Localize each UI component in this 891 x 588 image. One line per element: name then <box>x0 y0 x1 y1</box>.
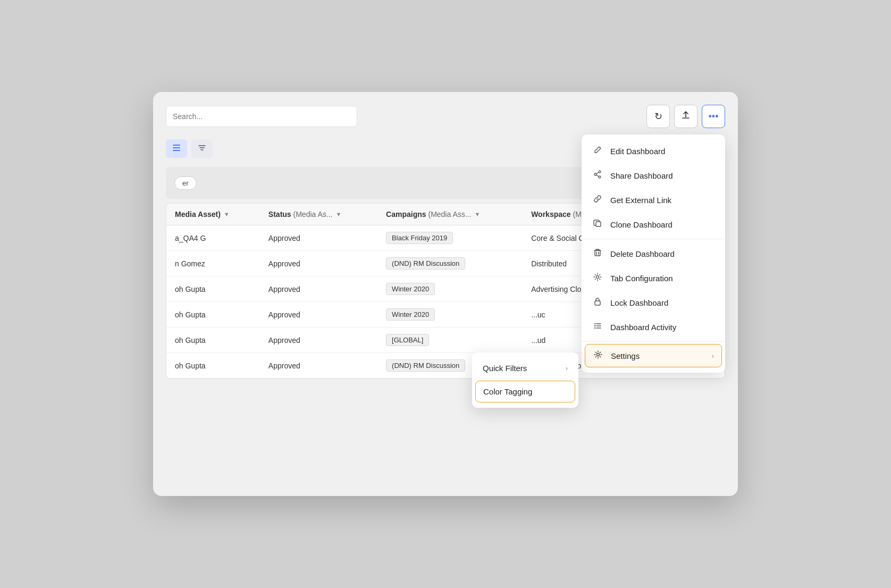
svg-rect-2 <box>173 150 180 151</box>
cell-status: Approved <box>260 302 377 327</box>
cell-status: Approved <box>260 353 377 379</box>
filter-icon <box>198 144 206 154</box>
menu-label-delete: Delete Dashboard <box>610 249 675 258</box>
cell-name: n Gomez <box>166 251 260 276</box>
cell-name: oh Gupta <box>166 327 260 353</box>
edit-icon <box>592 146 603 156</box>
sort-icon: ▼ <box>474 211 480 217</box>
sort-icon: ▼ <box>335 211 341 217</box>
svg-rect-8 <box>595 250 600 256</box>
quick-filters-label: Quick Filters <box>483 364 527 373</box>
link-icon <box>592 195 603 205</box>
cell-status: Approved <box>260 251 377 276</box>
quick-filters-submenu: Quick Filters › Color Tagging <box>472 352 578 408</box>
cell-campaign: [GLOBAL] <box>377 327 523 353</box>
more-icon: ••• <box>709 111 719 122</box>
delete-icon <box>592 248 603 259</box>
menu-label-settings: Settings <box>611 351 640 360</box>
menu-item-lock[interactable]: Lock Dashboard <box>582 290 725 315</box>
color-tagging-label: Color Tagging <box>483 387 532 396</box>
sort-icon: ▼ <box>224 211 230 217</box>
filter-tag: er <box>174 177 197 190</box>
menu-label-activity: Dashboard Activity <box>610 323 676 332</box>
cell-name: oh Gupta <box>166 276 260 302</box>
chevron-right-icon: › <box>566 364 568 372</box>
refresh-icon: ↻ <box>654 111 662 122</box>
submenu-item-color-tagging[interactable]: Color Tagging <box>475 381 575 402</box>
cell-campaign: Black Friday 2019 <box>377 225 523 251</box>
menu-divider <box>582 239 725 239</box>
settings-icon <box>593 350 603 361</box>
menu-label-tab-config: Tab Configuration <box>610 274 673 283</box>
col-media-asset[interactable]: Media Asset) ▼ <box>166 204 260 225</box>
menu-item-external[interactable]: Get External Link <box>582 188 725 212</box>
cell-status: Approved <box>260 225 377 251</box>
menu-divider-2 <box>582 341 725 342</box>
svg-point-4 <box>599 171 601 173</box>
menu-item-settings[interactable]: Settings › <box>585 344 722 367</box>
top-actions: ↻ ••• <box>646 105 725 128</box>
cell-status: Approved <box>260 276 377 302</box>
svg-point-11 <box>597 354 600 356</box>
menu-item-edit[interactable]: Edit Dashboard <box>582 139 725 163</box>
menu-label-edit: Edit Dashboard <box>610 147 665 156</box>
cell-status: Approved <box>260 327 377 353</box>
activity-icon <box>592 322 603 332</box>
top-bar: ↻ ••• <box>153 92 738 135</box>
filter-left <box>166 139 213 158</box>
menu-item-delete[interactable]: Delete Dashboard <box>582 241 725 266</box>
cell-name: a_QA4 G <box>166 225 260 251</box>
chevron-right-icon: › <box>712 352 714 360</box>
menu-item-clone[interactable]: Clone Dashboard <box>582 212 725 237</box>
menu-label-lock: Lock Dashboard <box>610 298 668 307</box>
list-icon <box>172 144 181 154</box>
menu-item-share[interactable]: Share Dashboard <box>582 163 725 188</box>
submenu-quick-filters-header[interactable]: Quick Filters › <box>472 357 578 380</box>
menu-item-tab-config[interactable]: Tab Configuration <box>582 266 725 290</box>
list-view-button[interactable] <box>166 139 187 158</box>
svg-rect-0 <box>173 145 180 146</box>
cell-campaign: Winter 2020 <box>377 276 523 302</box>
cell-campaign: Winter 2020 <box>377 302 523 327</box>
svg-point-5 <box>599 176 601 178</box>
share-icon <box>681 111 691 123</box>
tab-config-icon <box>592 273 603 283</box>
svg-rect-10 <box>595 301 600 305</box>
menu-item-activity[interactable]: Dashboard Activity <box>582 315 725 339</box>
col-status[interactable]: Status (Media As... ▼ <box>260 204 377 225</box>
share-dashboard-icon <box>592 170 603 181</box>
svg-point-9 <box>596 276 599 279</box>
filter-options-button[interactable] <box>191 139 213 158</box>
clone-icon <box>592 219 603 230</box>
share-button[interactable] <box>674 105 697 128</box>
svg-rect-1 <box>173 147 180 148</box>
svg-point-6 <box>594 173 596 175</box>
menu-label-clone: Clone Dashboard <box>610 220 673 229</box>
refresh-button[interactable]: ↻ <box>646 105 670 128</box>
search-input[interactable] <box>166 106 357 127</box>
cell-campaign: (DND) RM Discussion <box>377 251 523 276</box>
menu-label-share: Share Dashboard <box>610 171 673 180</box>
cell-name: oh Gupta <box>166 353 260 379</box>
main-window: ↻ ••• <box>153 92 738 496</box>
menu-label-external: Get External Link <box>610 196 671 205</box>
more-button[interactable]: ••• <box>702 105 725 128</box>
col-campaigns[interactable]: Campaigns (Media Ass... ▼ <box>377 204 523 225</box>
svg-rect-7 <box>596 222 601 226</box>
dropdown-menu: Edit Dashboard Share Dashboard Get Ext <box>582 135 725 373</box>
lock-icon <box>592 297 603 308</box>
cell-name: oh Gupta <box>166 302 260 327</box>
